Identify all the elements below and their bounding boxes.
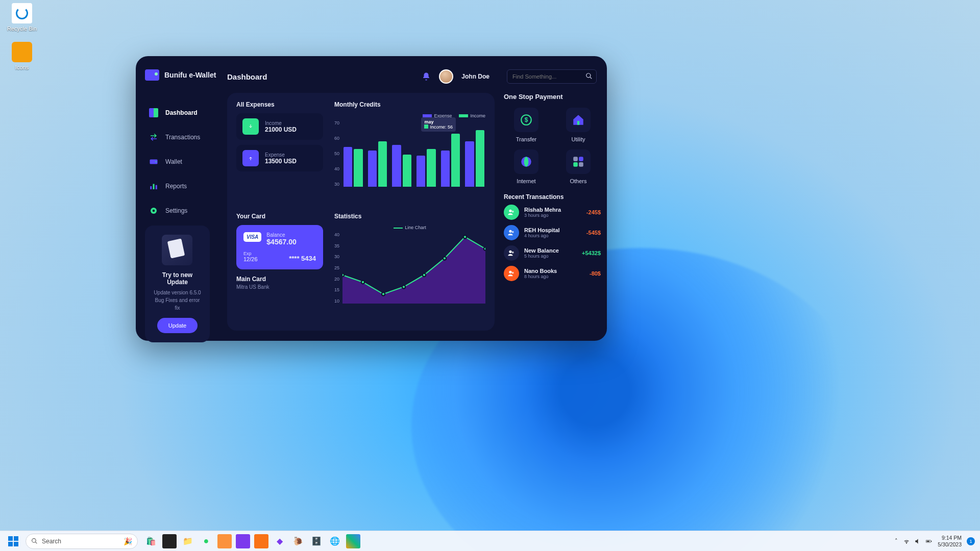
svg-rect-2 [150, 186, 152, 189]
search-icon[interactable] [585, 72, 593, 80]
update-card: Try to new Update Update version 6.5.0 B… [145, 226, 210, 342]
search-input[interactable] [507, 69, 597, 84]
svg-rect-20 [573, 157, 578, 161]
transaction-icon [504, 245, 519, 261]
wallet-icon [149, 157, 158, 166]
start-button[interactable] [5, 533, 21, 549]
transaction-amount: -245$ [586, 209, 601, 215]
sidebar-item-label: Transactions [165, 134, 200, 141]
taskbar: Search 🎉 🛍️ 📁 ● ◆ 🐌 🗄️ 🌐 ˄ 9:14 PM 5/30/… [0, 531, 980, 551]
svg-point-11 [423, 273, 426, 277]
transaction-row[interactable]: Nano Books 8 hours ago -80$ [504, 266, 601, 281]
bar-chart: 7060504030 may Income: 56 [334, 120, 485, 187]
svg-rect-33 [931, 540, 932, 541]
payment-label: Internet [517, 178, 535, 184]
line-chart: 40353025201510 [334, 232, 485, 304]
sidebar-item-transactions[interactable]: Transactions [145, 128, 217, 147]
taskbar-app-xampp[interactable] [217, 534, 232, 548]
search-box [507, 69, 597, 84]
bar-chart-tooltip: may Income: 56 [421, 117, 456, 132]
payment-utility[interactable]: Utility [556, 108, 601, 142]
exp-value: 12/26 [243, 256, 258, 262]
svg-rect-4 [156, 185, 157, 189]
expense-card[interactable]: Expense 13500 USD [236, 145, 323, 171]
transaction-name: REH Hospital [524, 227, 581, 233]
svg-point-13 [463, 235, 467, 238]
transaction-row[interactable]: REH Hospital 4 hours ago -545$ [504, 225, 601, 240]
taskbar-app-terminal[interactable] [162, 534, 177, 548]
statistics-block: Statistics Line Chart 40353025201510 [334, 213, 485, 322]
svg-rect-21 [579, 157, 583, 161]
sidebar-item-label: Settings [165, 207, 187, 214]
income-card[interactable]: Income 21000 USD [236, 113, 323, 140]
payment-transfer[interactable]: $ Transfer [504, 108, 549, 142]
taskbar-app-snail[interactable]: 🐌 [291, 534, 305, 548]
bar-chart-legend: Expense Income [334, 113, 485, 118]
taskbar-pinned-apps: 🛍️ 📁 ● ◆ 🐌 🗄️ 🌐 [144, 534, 360, 548]
svg-point-10 [402, 285, 405, 288]
taskbar-search[interactable]: Search 🎉 [26, 534, 138, 549]
sidebar-item-settings[interactable]: Settings [145, 201, 217, 220]
legend-income: Income [470, 113, 485, 118]
bell-icon[interactable] [422, 72, 431, 81]
taskbar-chevron-up-icon[interactable]: ˄ [895, 538, 898, 544]
taskbar-app-whatsapp[interactable]: ● [199, 534, 213, 548]
taskbar-notification-badge[interactable]: 1 [967, 537, 975, 545]
taskbar-clock[interactable]: 9:14 PM 5/30/2023 [938, 535, 962, 547]
desktop-icon-icons-folder[interactable]: Icons [4, 42, 40, 70]
transaction-name: New Balance [524, 247, 577, 254]
svg-point-28 [509, 251, 511, 253]
section-title-monthly: Monthly Credits [334, 101, 485, 108]
taskbar-app-shopping[interactable]: 🛍️ [144, 534, 158, 548]
update-illustration [162, 235, 192, 265]
section-title-payments: One Stop Payment [504, 93, 601, 101]
transaction-amount: +5432$ [582, 250, 601, 256]
taskbar-system-tray[interactable] [903, 538, 933, 545]
income-value: 21000 USD [265, 126, 297, 133]
line-chart-y-axis: 40353025201510 [334, 232, 342, 304]
folder-icon [12, 42, 32, 62]
taskbar-app-phpstorm[interactable] [236, 534, 250, 548]
svg-rect-34 [927, 540, 930, 541]
transaction-time: 4 hours ago [524, 233, 581, 238]
transactions-icon [149, 133, 158, 142]
update-button[interactable]: Update [157, 318, 198, 333]
sidebar-item-reports[interactable]: Reports [145, 177, 217, 196]
wifi-icon [903, 538, 910, 545]
taskbar-app-edge[interactable]: 🌐 [328, 534, 342, 548]
desktop-icon-recycle-bin[interactable]: Recycle Bin [4, 3, 40, 32]
expense-label: Expense [265, 152, 297, 158]
payment-internet[interactable]: Internet [504, 149, 549, 184]
transaction-name: Rishab Mehra [524, 207, 581, 213]
avatar[interactable] [439, 69, 453, 84]
section-title-stats: Statistics [334, 213, 485, 220]
svg-point-7 [342, 273, 344, 277]
taskbar-app-screenshot[interactable] [346, 534, 360, 548]
update-line1: Update version 6.5.0 [152, 289, 203, 296]
sidebar-item-dashboard[interactable]: Dashboard [145, 103, 217, 122]
credit-card[interactable]: VISA Balance $4567.00 Exp 12/26 **** [236, 225, 323, 269]
transaction-row[interactable]: Rishab Mehra 3 hours ago -245$ [504, 205, 601, 220]
taskbar-app-database[interactable]: 🗄️ [309, 534, 324, 548]
line-chart-legend: Line Chart [334, 225, 485, 230]
section-title-expenses: All Expenses [236, 101, 323, 108]
svg-rect-17 [577, 121, 579, 125]
sidebar-item-wallet[interactable]: Wallet [145, 152, 217, 171]
update-title: Try to new Update [152, 271, 203, 286]
sidebar-item-label: Wallet [165, 158, 182, 165]
transaction-icon [504, 205, 519, 220]
globe-icon [514, 149, 538, 174]
taskbar-app-explorer[interactable]: 📁 [181, 534, 195, 548]
transaction-amount: -80$ [590, 270, 601, 277]
income-label: Income [265, 120, 297, 126]
payment-others[interactable]: Others [556, 149, 601, 184]
taskbar-app-unknown-orange[interactable] [254, 534, 268, 548]
svg-point-6 [153, 210, 155, 212]
line-chart-svg [342, 232, 485, 304]
brand-text: Bunifu e-Wallet [164, 71, 216, 79]
transaction-row[interactable]: New Balance 5 hours ago +5432$ [504, 245, 601, 261]
taskbar-search-decoration: 🎉 [124, 537, 132, 545]
taskbar-app-visual-studio[interactable]: ◆ [273, 534, 287, 548]
taskbar-date: 5/30/2023 [938, 541, 962, 548]
wallet-logo-icon [145, 69, 159, 81]
